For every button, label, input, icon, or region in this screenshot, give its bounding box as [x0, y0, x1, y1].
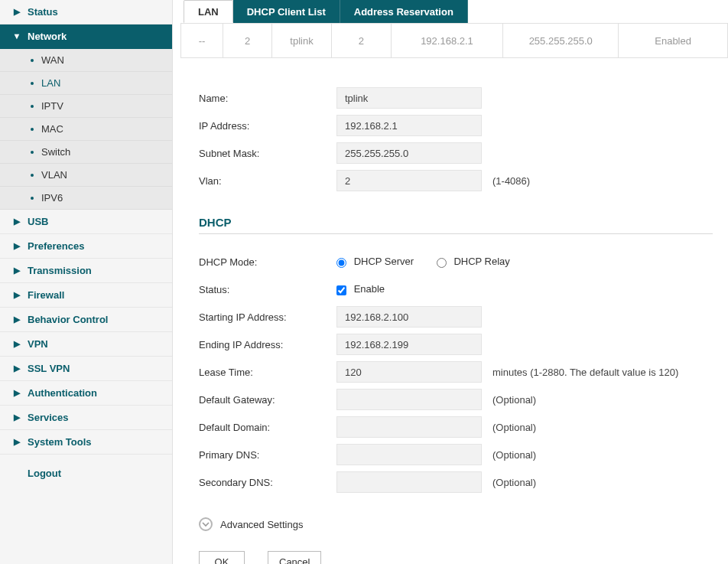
dhcp-end-label: Ending IP Address: — [199, 339, 336, 350]
dhcp-dns1-label: Primary DNS: — [199, 449, 336, 461]
nav-item-transmission[interactable]: ▶Transmission — [0, 259, 172, 283]
dhcp-gateway-input[interactable] — [336, 389, 482, 410]
dhcp-start-input[interactable] — [336, 306, 482, 328]
dhcp-domain-input[interactable] — [336, 416, 482, 438]
name-input[interactable] — [336, 87, 482, 109]
dhcp-dns1-input[interactable] — [336, 444, 482, 465]
nav-item-network[interactable]: ▼Network — [0, 24, 172, 49]
triangle-right-icon: ▶ — [12, 291, 21, 299]
bullet-icon — [31, 174, 34, 177]
ok-button[interactable]: OK — [199, 551, 245, 564]
dhcp-mode-relay-label: DHCP Relay — [453, 256, 509, 267]
mask-input[interactable] — [336, 142, 482, 164]
dhcp-dns2-input[interactable] — [336, 471, 482, 493]
nav-item-label: Network — [28, 31, 67, 42]
dhcp-status-enable-label: Enable — [354, 283, 385, 295]
bullet-icon — [31, 105, 34, 108]
nav-item-label: Firewall — [28, 289, 64, 301]
triangle-right-icon: ▶ — [12, 413, 21, 422]
nav-item-usb[interactable]: ▶USB — [0, 210, 172, 234]
nav-sub-item-label: Switch — [41, 146, 70, 158]
dhcp-section-title: DHCP — [199, 216, 713, 229]
dhcp-status-checkbox[interactable] — [336, 285, 346, 295]
summary-cell: 192.168.2.1 — [392, 24, 503, 57]
tab-address-reservation[interactable]: Address Reservation — [340, 0, 468, 23]
vlan-input[interactable] — [336, 170, 482, 191]
dhcp-mode-server[interactable]: DHCP Server — [336, 256, 417, 267]
nav-item-preferences[interactable]: ▶Preferences — [0, 234, 172, 259]
nav-item-label: SSL VPN — [28, 363, 70, 374]
nav-submenu-network: WANLANIPTVMACSwitchVLANIPV6 — [0, 49, 172, 210]
dhcp-mode-relay[interactable]: DHCP Relay — [437, 256, 510, 267]
nav-sub-item-label: LAN — [41, 77, 60, 89]
nav-sub-item-label: MAC — [41, 123, 63, 135]
lan-tabs: LANDHCP Client ListAddress Reservation — [173, 0, 728, 23]
dhcp-domain-label: Default Domain: — [199, 422, 336, 433]
dhcp-lease-input[interactable] — [336, 361, 482, 383]
nav-sub-item-wan[interactable]: WAN — [0, 49, 172, 72]
nav-item-status[interactable]: ▶Status — [0, 0, 172, 24]
summary-cell: tplink — [272, 24, 332, 57]
bullet-icon — [31, 59, 34, 62]
summary-cell: -- — [181, 24, 223, 57]
dhcp-mode-relay-radio[interactable] — [437, 258, 447, 268]
tab-lan[interactable]: LAN — [184, 0, 233, 23]
dhcp-gateway-hint: (Optional) — [492, 394, 536, 406]
summary-cell: Enabled — [619, 24, 727, 57]
triangle-down-icon: ▼ — [12, 32, 21, 41]
nav-sub-item-vlan[interactable]: VLAN — [0, 164, 172, 187]
nav-sub-item-label: WAN — [41, 54, 64, 66]
nav-item-label: Behavior Control — [28, 314, 108, 325]
nav-item-label: System Tools — [28, 436, 92, 448]
advanced-settings-label: Advanced Settings — [220, 519, 303, 530]
advanced-settings-toggle[interactable]: Advanced Settings — [199, 517, 713, 531]
nav-item-behavior-control[interactable]: ▶Behavior Control — [0, 308, 172, 332]
triangle-right-icon: ▶ — [12, 217, 21, 226]
lan-form: Name: IP Address: Subnet Mask: Vlan: (1-… — [199, 84, 713, 564]
triangle-right-icon: ▶ — [12, 266, 21, 275]
dhcp-mode-server-label: DHCP Server — [354, 256, 414, 267]
nav-item-authentication[interactable]: ▶Authentication — [0, 381, 172, 406]
summary-cell: 255.255.255.0 — [503, 24, 619, 57]
vlan-hint: (1-4086) — [492, 175, 530, 187]
mask-label: Subnet Mask: — [199, 148, 336, 159]
summary-cell: 2 — [332, 24, 392, 57]
nav-item-firewall[interactable]: ▶Firewall — [0, 283, 172, 308]
cancel-button[interactable]: Cancel — [268, 551, 321, 564]
nav-item-vpn[interactable]: ▶VPN — [0, 332, 172, 357]
dhcp-end-input[interactable] — [336, 334, 482, 355]
logout-link[interactable]: Logout — [0, 461, 172, 485]
nav-item-label: Authentication — [28, 387, 97, 399]
nav-sub-item-switch[interactable]: Switch — [0, 141, 172, 164]
nav-item-label: Status — [28, 6, 58, 18]
nav-item-services[interactable]: ▶Services — [0, 406, 172, 430]
dhcp-mode-label: DHCP Mode: — [199, 256, 336, 268]
triangle-right-icon: ▶ — [12, 242, 21, 250]
dhcp-mode-server-radio[interactable] — [336, 258, 346, 268]
nav-sub-item-label: IPTV — [41, 100, 63, 112]
nav-item-system-tools[interactable]: ▶System Tools — [0, 430, 172, 455]
bullet-icon — [31, 82, 34, 85]
nav-item-ssl-vpn[interactable]: ▶SSL VPN — [0, 357, 172, 381]
bullet-icon — [31, 151, 34, 154]
dhcp-domain-hint: (Optional) — [492, 422, 536, 433]
bullet-icon — [31, 197, 34, 200]
nav-sub-item-iptv[interactable]: IPTV — [0, 95, 172, 118]
lan-summary-row: --2tplink2192.168.2.1255.255.255.0Enable… — [180, 23, 728, 58]
sidebar: ▶Status▼NetworkWANLANIPTVMACSwitchVLANIP… — [0, 0, 173, 564]
ip-label: IP Address: — [199, 120, 336, 132]
nav-sub-item-mac[interactable]: MAC — [0, 118, 172, 141]
main-panel: LANDHCP Client ListAddress Reservation -… — [173, 0, 728, 564]
nav-item-label: Services — [28, 412, 69, 423]
ip-input[interactable] — [336, 115, 482, 136]
triangle-right-icon: ▶ — [12, 438, 21, 446]
tab-dhcp-client-list[interactable]: DHCP Client List — [233, 0, 340, 23]
nav-sub-item-lan[interactable]: LAN — [0, 72, 172, 95]
triangle-right-icon: ▶ — [12, 8, 21, 16]
triangle-right-icon: ▶ — [12, 340, 21, 348]
dhcp-gateway-label: Default Gateway: — [199, 394, 336, 406]
dhcp-divider — [199, 233, 713, 234]
nav-sub-item-ipv6[interactable]: IPV6 — [0, 187, 172, 210]
dhcp-status-enable[interactable]: Enable — [336, 283, 385, 295]
dhcp-lease-label: Lease Time: — [199, 367, 336, 378]
